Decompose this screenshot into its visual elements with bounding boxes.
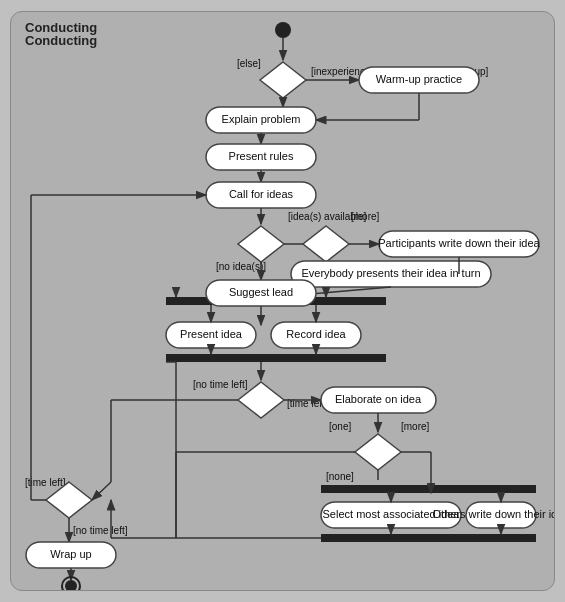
diagram-container: Conducting [else] [inexperienced partici… <box>10 11 555 591</box>
label-more: [more] <box>351 211 380 222</box>
warmup-label: Warm-up practice <box>376 73 462 85</box>
label-no-ideas: [no idea(s)] <box>216 261 266 272</box>
label-more2: [more] <box>401 421 430 432</box>
present-idea-label: Present idea <box>180 328 243 340</box>
label-no-time2: [no time left] <box>73 525 128 536</box>
conducting-title: Conducting <box>25 33 97 48</box>
wrapup-label: Wrap up <box>50 548 91 560</box>
record-idea-label: Record idea <box>286 328 346 340</box>
end-node-inner <box>65 580 77 591</box>
present-rules-label: Present rules <box>229 150 294 162</box>
call-ideas-label: Call for ideas <box>229 188 294 200</box>
label-none: [none] <box>326 471 354 482</box>
diamond-onemore <box>355 434 401 470</box>
diamond-ideas <box>238 226 284 262</box>
label-no-time: [no time left] <box>193 379 248 390</box>
start-node <box>275 22 291 38</box>
participants-write-label: Participants write down their idea <box>378 237 540 249</box>
diamond-more <box>303 226 349 262</box>
label-else: [else] <box>237 58 261 69</box>
sync-bar-bottom2 <box>321 485 536 493</box>
elaborate-label: Elaborate on idea <box>335 393 422 405</box>
label-one2: [one] <box>329 421 351 432</box>
sync-bar-bottom <box>166 354 386 362</box>
suggest-lead-label: Suggest lead <box>229 286 293 298</box>
diamond-inexperienced <box>260 62 306 98</box>
explain-label: Explain problem <box>222 113 301 125</box>
sync-bar-bottom3 <box>321 534 536 542</box>
edge-to-left-diamond <box>92 482 111 500</box>
others-write-label: Others write down their idea <box>433 508 555 520</box>
everybody-presents-label: Everybody presents their idea in turn <box>301 267 480 279</box>
